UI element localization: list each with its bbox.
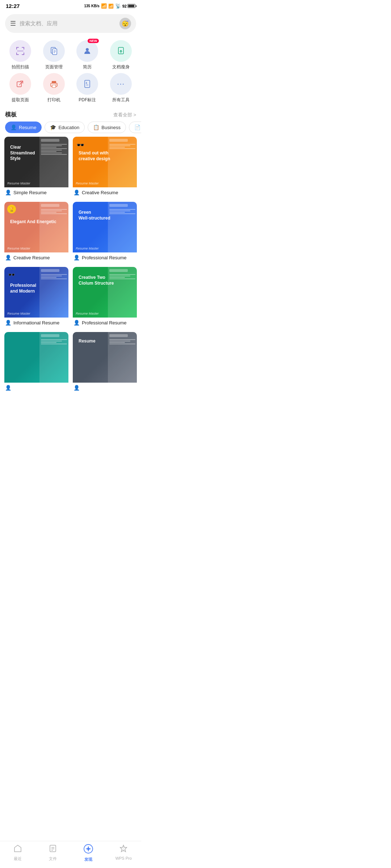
- signal-icon: 📶: [108, 4, 114, 9]
- page-manage-icon: [49, 46, 59, 56]
- thumb-5: 🕶️ Professionaland Modern Resume Master: [4, 267, 68, 318]
- doc-slim-label: 文档瘦身: [112, 64, 130, 70]
- doc-slim-icon-wrap: [110, 40, 132, 62]
- page-manage-icon-wrap: [43, 40, 65, 62]
- scan-label: 拍照扫描: [12, 64, 29, 70]
- see-all-button[interactable]: 查看全部 >: [113, 112, 136, 118]
- card-2-avatar-icon: 👤: [73, 190, 80, 195]
- card-2-name: Creative Resume: [82, 190, 118, 195]
- card-6-avatar-icon: 👤: [73, 320, 80, 326]
- templates-section-header: 模板 查看全部 >: [0, 107, 141, 122]
- svg-rect-3: [24, 47, 24, 50]
- template-grid: ClearStreamlinedStyle Resume Master 👤 Si…: [0, 137, 141, 393]
- template-card-6[interactable]: Creative TwoClolum Structure Resume Mast…: [73, 267, 137, 328]
- tab-business[interactable]: 📋 Business: [88, 122, 126, 133]
- card-3-avatar-icon: 👤: [5, 255, 11, 260]
- tool-scan[interactable]: 拍照扫描: [4, 40, 37, 70]
- status-bar: 12:27 135 KB/s 📶 📶 📡 92: [0, 0, 141, 10]
- search-bar[interactable]: ☰ 搜索文档、应用 😴: [5, 14, 136, 33]
- card-5-name: Informational Resume: [13, 320, 59, 326]
- page-manage-label: 页面管理: [45, 64, 63, 70]
- template-card-4[interactable]: GreenWell-structured Resume Master 👤 Pro…: [73, 202, 137, 263]
- tool-resume[interactable]: NEW 简历: [71, 40, 104, 70]
- letter-tab-icon: 📄: [134, 124, 140, 130]
- pdf-note-label: PDF标注: [79, 97, 96, 103]
- svg-rect-5: [16, 52, 17, 55]
- thumb-4: GreenWell-structured Resume Master: [73, 202, 137, 252]
- svg-point-22: [56, 84, 56, 85]
- svg-point-14: [86, 48, 89, 51]
- bluetooth-icon: 📶: [101, 3, 107, 9]
- business-tab-icon: 📋: [93, 124, 99, 130]
- printer-label: 打印机: [47, 97, 60, 103]
- tab-education-label: Education: [58, 125, 79, 130]
- pdf-note-icon: [82, 79, 92, 89]
- tab-letter[interactable]: 📄 Letter: [129, 122, 141, 133]
- thumb-7: [4, 332, 68, 383]
- avatar[interactable]: 😴: [119, 18, 131, 29]
- thumb-3: 🏆 Elegant And Energetic Resume Master: [4, 202, 68, 252]
- status-time: 12:27: [6, 3, 20, 9]
- svg-rect-21: [52, 85, 56, 88]
- tool-extract[interactable]: 提取页面: [4, 73, 37, 103]
- tool-all-tools[interactable]: ··· 所有工具: [104, 73, 138, 103]
- card-4-avatar-icon: 👤: [73, 255, 80, 260]
- resume-tab-icon: 👤: [10, 124, 17, 130]
- tool-doc-slim[interactable]: 文档瘦身: [104, 40, 138, 70]
- tool-page-manage[interactable]: 页面管理: [37, 40, 71, 70]
- svg-rect-8: [17, 51, 24, 51]
- template-card-7[interactable]: 👤: [4, 332, 68, 393]
- all-tools-label: 所有工具: [112, 97, 130, 103]
- resume-icon: [82, 46, 92, 56]
- printer-icon: [49, 79, 59, 89]
- status-icons: 135 KB/s 📶 📶 📡 92: [84, 3, 136, 9]
- extract-icon-wrap: [9, 73, 31, 95]
- pdf-note-icon-wrap: [76, 73, 98, 95]
- resume-icon-wrap: NEW: [76, 40, 98, 62]
- template-card-5[interactable]: 🕶️ Professionaland Modern Resume Master …: [4, 267, 68, 328]
- scan-icon: [15, 46, 25, 56]
- card-3-name: Creative Resume: [13, 255, 50, 260]
- battery-icon: 92: [122, 4, 135, 8]
- template-card-1[interactable]: ClearStreamlinedStyle Resume Master 👤 Si…: [4, 137, 68, 197]
- thumb-2: Stand out withcreative design 🕶️ Resume …: [73, 137, 137, 187]
- card-5-avatar-icon: 👤: [5, 320, 11, 326]
- scan-icon-wrap: [9, 40, 31, 62]
- card-4-name: Professional Resume: [82, 255, 127, 260]
- extract-icon: [15, 79, 25, 89]
- education-tab-icon: 🎓: [50, 124, 56, 130]
- doc-slim-icon: [116, 46, 126, 56]
- template-tabs: 👤 Resume 🎓 Education 📋 Business 📄 Letter: [0, 122, 141, 137]
- svg-rect-23: [85, 80, 90, 88]
- card-8-avatar-icon: 👤: [73, 385, 80, 391]
- network-speed: 135 KB/s: [84, 4, 100, 8]
- new-badge: NEW: [88, 39, 99, 43]
- thumb-8: Resume: [73, 332, 137, 383]
- svg-rect-17: [17, 82, 21, 87]
- tool-printer[interactable]: 打印机: [37, 73, 71, 103]
- search-input[interactable]: 搜索文档、应用: [20, 20, 116, 27]
- extract-label: 提取页面: [12, 97, 29, 103]
- card-6-name: Professional Resume: [82, 320, 127, 326]
- tab-education[interactable]: 🎓 Education: [45, 122, 85, 133]
- card-1-avatar-icon: 👤: [5, 190, 11, 195]
- card-7-avatar-icon: 👤: [5, 385, 11, 391]
- printer-icon-wrap: [43, 73, 65, 95]
- tool-pdf-note[interactable]: PDF标注: [71, 73, 104, 103]
- template-card-2[interactable]: Stand out withcreative design 🕶️ Resume …: [73, 137, 137, 197]
- svg-rect-7: [24, 52, 24, 55]
- tab-resume[interactable]: 👤 Resume: [5, 122, 42, 133]
- tab-resume-label: Resume: [19, 125, 36, 130]
- templates-section-title: 模板: [5, 111, 17, 119]
- card-1-name: Simple Resume: [13, 190, 47, 195]
- template-card-8[interactable]: Resume 👤: [73, 332, 137, 393]
- menu-icon[interactable]: ☰: [10, 20, 16, 27]
- all-tools-icon-wrap: ···: [110, 73, 132, 95]
- svg-rect-1: [16, 47, 17, 50]
- template-card-3[interactable]: 🏆 Elegant And Energetic Resume Master 👤 …: [4, 202, 68, 263]
- thumb-1: ClearStreamlinedStyle Resume Master: [4, 137, 68, 187]
- wifi-icon: 📡: [115, 3, 121, 9]
- tab-business-label: Business: [101, 125, 121, 130]
- tools-grid: 拍照扫描 页面管理 NEW 简历: [0, 37, 141, 107]
- resume-label: 简历: [83, 64, 92, 70]
